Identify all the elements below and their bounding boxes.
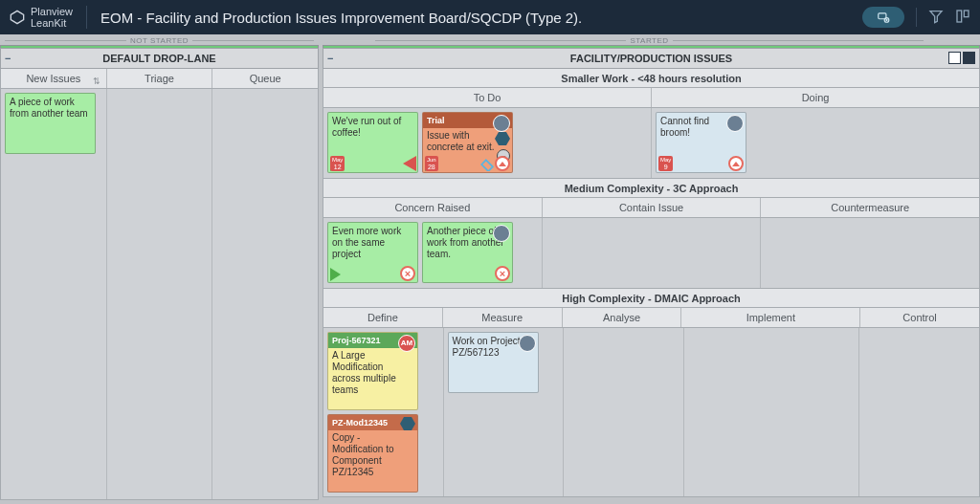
lane-settings-icon[interactable] — [948, 52, 961, 64]
type-hex-icon — [495, 132, 510, 145]
cell-counter[interactable] — [761, 218, 979, 288]
lane-title-left[interactable]: − DEFAULT DROP-LANE — [0, 48, 319, 69]
card[interactable]: Another piece of work from another team. — [422, 222, 513, 283]
lane-default-drop: − DEFAULT DROP-LANE New Issues⇅ Triage Q… — [0, 48, 319, 500]
status-strip: NOT STARTED STARTED — [0, 36, 980, 45]
cell-control[interactable] — [859, 328, 979, 496]
header-tools — [862, 7, 970, 28]
cell-new-issues[interactable]: A piece of work from another team — [1, 89, 107, 499]
swimlane-header[interactable]: High Complexity - DMAIC Approach — [323, 289, 980, 308]
priority-up-icon[interactable] — [495, 156, 510, 171]
layout-icon[interactable] — [955, 9, 970, 27]
card[interactable]: We've run out of coffee! May12 — [327, 112, 418, 173]
board-title: EOM - Facility and Production Issues Imp… — [100, 10, 862, 26]
col-define[interactable]: Define — [323, 308, 443, 327]
cell-analyse[interactable] — [564, 328, 684, 496]
svg-rect-7 — [964, 11, 969, 17]
card[interactable]: A piece of work from another team — [5, 93, 96, 154]
swimlane-body: We've run out of coffee! May12 Trial Iss… — [323, 108, 980, 179]
warn-icon — [403, 156, 416, 171]
filter-icon[interactable] — [928, 9, 944, 27]
svg-marker-5 — [930, 11, 942, 22]
col-todo[interactable]: To Do — [323, 88, 652, 107]
card[interactable]: Trial Issue with concrete at exit. – Jun… — [422, 112, 513, 173]
col-contain[interactable]: Contain Issue — [543, 198, 762, 217]
col-queue[interactable]: Queue — [212, 69, 318, 88]
col-triage[interactable]: Triage — [107, 69, 213, 88]
collapse-icon[interactable]: − — [5, 53, 11, 64]
card[interactable]: Even more work on the same project — [327, 222, 418, 283]
cell-define[interactable]: Proj-567321 A Large Modification across … — [323, 328, 444, 496]
col-measure[interactable]: Measure — [443, 308, 563, 327]
cell-todo[interactable]: We've run out of coffee! May12 Trial Iss… — [323, 108, 652, 178]
move-arrow-icon[interactable] — [330, 268, 341, 281]
cell-implement[interactable] — [684, 328, 860, 496]
logo[interactable]: Planview LeanKit — [10, 6, 87, 29]
logo-text-bottom: LeanKit — [31, 17, 73, 29]
swimlane-header[interactable]: Medium Complexity - 3C Approach — [323, 179, 980, 198]
avatar[interactable] — [519, 335, 536, 352]
cell-contain[interactable] — [543, 218, 762, 288]
logo-text-top: Planview — [31, 6, 73, 17]
add-card-button[interactable] — [862, 7, 904, 28]
status-started: STARTED — [319, 36, 980, 45]
sort-icon[interactable]: ⇅ — [93, 72, 100, 91]
cell-triage[interactable] — [107, 89, 213, 499]
col-analyse[interactable]: Analyse — [563, 308, 682, 327]
priority-up-icon[interactable] — [728, 156, 744, 171]
block-x-icon[interactable] — [495, 266, 510, 281]
avatar[interactable] — [493, 225, 510, 242]
lane-settings-icon[interactable] — [963, 52, 975, 64]
date-badge: Jun28 — [425, 156, 438, 171]
svg-rect-6 — [957, 11, 962, 22]
swimlane-body: Proj-567321 A Large Modification across … — [323, 328, 980, 497]
collapse-icon[interactable]: − — [327, 53, 333, 64]
card[interactable]: Work on Project PZ/567123 — [448, 332, 539, 393]
status-not-started: NOT STARTED — [0, 36, 319, 45]
tags-icon — [480, 158, 494, 171]
avatar[interactable] — [493, 115, 510, 132]
app-header: Planview LeanKit EOM - Facility and Prod… — [0, 0, 980, 34]
cell-concern[interactable]: Even more work on the same project Anoth… — [323, 218, 543, 288]
card[interactable]: Cannot find broom! May9 — [656, 112, 746, 173]
lane-title-right[interactable]: − FACILITY/PRODUCTION ISSUES — [323, 48, 980, 69]
card[interactable]: Proj-567321 A Large Modification across … — [327, 332, 418, 410]
cell-queue[interactable] — [212, 89, 318, 499]
svg-marker-0 — [11, 11, 23, 23]
swimlane-body: Even more work on the same project Anoth… — [323, 218, 980, 289]
cell-measure[interactable]: Work on Project PZ/567123 — [444, 328, 565, 496]
card[interactable]: PZ-Mod12345 Copy - Modification to Compo… — [327, 414, 418, 493]
block-x-icon[interactable] — [400, 266, 415, 281]
col-doing[interactable]: Doing — [652, 88, 979, 107]
date-badge: May12 — [330, 156, 345, 171]
col-new-issues[interactable]: New Issues⇅ — [1, 69, 107, 88]
col-counter[interactable]: Countermeasure — [761, 198, 979, 217]
lane-facility: − FACILITY/PRODUCTION ISSUES Smaller Wor… — [323, 48, 980, 500]
swimlane-header[interactable]: Smaller Work - <48 hours resolution — [323, 69, 980, 88]
cell-doing[interactable]: Cannot find broom! May9 — [652, 108, 979, 178]
col-implement[interactable]: Implement — [681, 308, 860, 327]
date-badge: May9 — [658, 156, 673, 171]
col-concern[interactable]: Concern Raised — [323, 198, 543, 217]
col-control[interactable]: Control — [860, 308, 979, 327]
avatar[interactable]: AM — [398, 335, 415, 352]
avatar[interactable] — [726, 115, 744, 132]
